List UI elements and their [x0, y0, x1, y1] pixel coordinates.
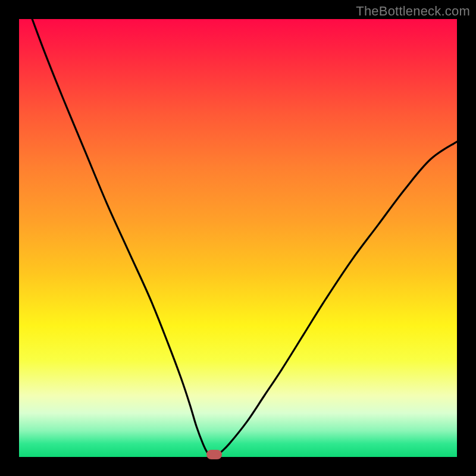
- curve-svg: [19, 19, 457, 457]
- chart-frame: TheBottleneck.com: [0, 0, 476, 476]
- bottleneck-curve: [32, 19, 457, 457]
- min-marker: [206, 450, 222, 459]
- watermark-text: TheBottleneck.com: [356, 4, 470, 19]
- plot-area: [19, 19, 457, 457]
